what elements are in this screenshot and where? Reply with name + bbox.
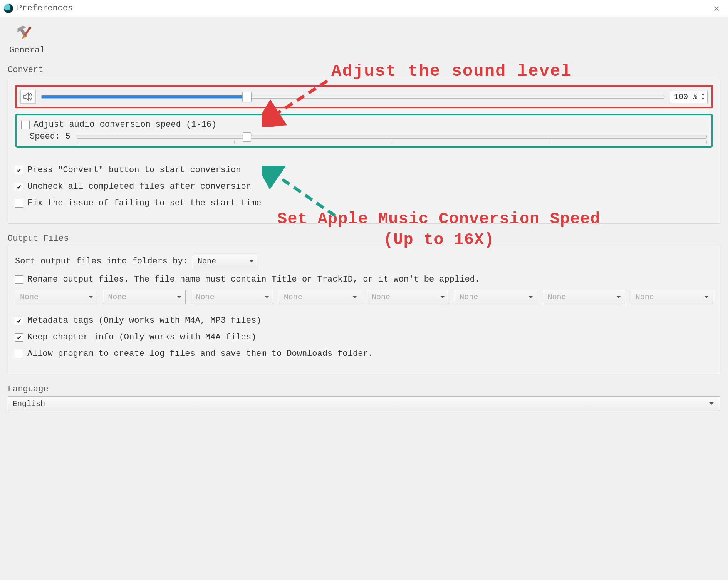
highlight-sound-level: 100 % ▲ ▼ — [15, 85, 713, 108]
checkbox-metadata[interactable]: ✔ — [15, 317, 23, 325]
section-convert-label: Convert — [8, 65, 720, 75]
highlight-speed: Adjust audio conversion speed (1-16) Spe… — [15, 114, 713, 148]
select-sort-by-value: None — [198, 257, 216, 266]
label-uncheck-completed: Uncheck all completed files after conver… — [27, 182, 251, 191]
titlebar: Preferences ✕ — [0, 0, 728, 17]
checkbox-logfiles[interactable] — [15, 350, 23, 358]
label-logfiles: Allow program to create log files and sa… — [27, 349, 373, 359]
app-icon — [4, 4, 13, 13]
tab-general[interactable]: General — [8, 24, 42, 55]
select-rename-3-value: None — [196, 293, 215, 302]
select-rename-5[interactable]: None — [367, 290, 449, 304]
select-rename-1-value: None — [20, 293, 39, 302]
label-fix-start-time: Fix the issue of failing to set the star… — [27, 198, 261, 208]
select-rename-5-value: None — [372, 293, 390, 302]
select-rename-1[interactable]: None — [15, 290, 97, 304]
speaker-icon — [23, 92, 33, 101]
volume-slider-fill — [42, 95, 247, 98]
speed-value-label: Speed: 5 — [30, 132, 70, 141]
spin-up-icon[interactable]: ▲ — [699, 92, 706, 97]
checkbox-press-convert[interactable]: ✔ — [15, 166, 23, 174]
panel-output: Sort output files into folders by: None … — [8, 246, 720, 374]
speed-slider-ticks — [77, 141, 706, 144]
select-language-value: English — [13, 399, 45, 408]
label-sort-by: Sort output files into folders by: — [15, 256, 188, 266]
select-rename-6-value: None — [460, 293, 478, 302]
close-icon[interactable]: ✕ — [709, 2, 724, 15]
speed-slider[interactable] — [77, 135, 707, 139]
tab-general-label: General — [9, 45, 42, 55]
checkbox-rename[interactable] — [15, 275, 23, 284]
select-rename-4[interactable]: None — [279, 290, 361, 304]
select-rename-8[interactable]: None — [631, 290, 713, 304]
volume-percent-input[interactable]: 100 % ▲ ▼ — [670, 91, 708, 103]
label-press-convert: Press "Convert" button to start conversi… — [27, 165, 241, 175]
section-language-label: Language — [8, 384, 720, 394]
checkbox-fix-start-time[interactable] — [15, 199, 23, 208]
window-title: Preferences — [17, 3, 73, 13]
tools-icon — [12, 24, 35, 43]
mute-button[interactable] — [20, 90, 36, 104]
select-rename-6[interactable]: None — [455, 290, 537, 304]
label-chapter: Keep chapter info (Only works with M4A f… — [27, 332, 256, 342]
label-rename: Rename output files. The file name must … — [27, 275, 480, 284]
panel-convert: 100 % ▲ ▼ Adjust audio conversion speed … — [8, 77, 720, 224]
checkbox-uncheck-completed[interactable]: ✔ — [15, 183, 23, 191]
checkbox-adjust-speed[interactable] — [21, 121, 30, 129]
volume-slider[interactable] — [41, 95, 664, 99]
select-rename-7[interactable]: None — [543, 290, 625, 304]
select-rename-3[interactable]: None — [191, 290, 273, 304]
volume-percent-value: 100 % — [674, 92, 697, 101]
checkbox-chapter[interactable]: ✔ — [15, 333, 23, 342]
section-output-label: Output Files — [8, 234, 720, 243]
spin-down-icon[interactable]: ▼ — [699, 97, 706, 102]
label-metadata: Metadata tags (Only works with M4A, MP3 … — [27, 316, 261, 325]
select-rename-7-value: None — [548, 293, 566, 302]
rename-fields-row: None None None None None None None None — [15, 290, 713, 304]
label-adjust-speed: Adjust audio conversion speed (1-16) — [34, 120, 216, 129]
select-language[interactable]: English — [8, 396, 720, 411]
select-rename-4-value: None — [284, 293, 302, 302]
select-rename-2[interactable]: None — [103, 290, 185, 304]
volume-slider-thumb[interactable] — [242, 92, 252, 102]
select-rename-8-value: None — [636, 293, 654, 302]
select-rename-2-value: None — [108, 293, 126, 302]
select-sort-by[interactable]: None — [193, 254, 258, 268]
